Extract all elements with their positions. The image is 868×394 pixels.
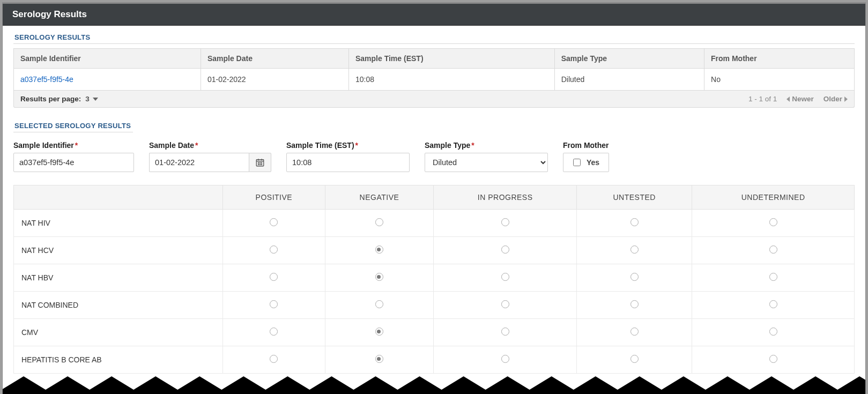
- result-radio[interactable]: [270, 246, 278, 254]
- from-mother-checkbox[interactable]: [573, 159, 581, 166]
- label-sample-time: Sample Time (EST)*: [286, 141, 410, 150]
- col-sample-time[interactable]: Sample Time (EST): [348, 49, 554, 69]
- result-radio[interactable]: [375, 273, 383, 281]
- result-col-positive: POSITIVE: [223, 185, 325, 210]
- result-radio[interactable]: [501, 246, 509, 254]
- label-sample-type: Sample Type*: [425, 141, 548, 150]
- chevron-down-icon: [93, 98, 98, 101]
- result-radio[interactable]: [769, 355, 777, 363]
- cell-sample-time: 10:08: [348, 69, 554, 91]
- older-label: Older: [824, 95, 842, 103]
- result-radio[interactable]: [630, 273, 639, 281]
- result-radio[interactable]: [375, 218, 383, 226]
- from-mother-yes-label: Yes: [587, 158, 599, 167]
- sample-type-select[interactable]: Diluted: [425, 153, 548, 172]
- result-radio[interactable]: [630, 246, 639, 254]
- sample-id-link[interactable]: a037ef5-f9f5-4e: [20, 75, 73, 84]
- cell-sample-date: 01-02-2022: [201, 69, 348, 91]
- results-per-page-value: 3: [85, 95, 90, 103]
- calendar-icon: [255, 158, 265, 167]
- sample-date-input[interactable]: [149, 153, 249, 172]
- results-per-page-label: Results per page:: [20, 95, 81, 103]
- test-row: NAT HIV: [14, 210, 855, 237]
- result-radio[interactable]: [501, 355, 509, 363]
- calendar-button[interactable]: [249, 153, 271, 172]
- result-radio[interactable]: [375, 300, 383, 308]
- result-radio[interactable]: [270, 328, 278, 336]
- label-sample-id: Sample Identifier*: [13, 141, 134, 150]
- test-name: NAT HIV: [14, 210, 223, 237]
- newer-button[interactable]: Newer: [787, 95, 814, 103]
- svg-point-4: [258, 162, 258, 163]
- result-radio[interactable]: [375, 355, 383, 363]
- result-radio[interactable]: [375, 246, 383, 254]
- section-title-serology-results: SEROLOGY RESULTS: [13, 29, 855, 44]
- result-radio[interactable]: [270, 355, 278, 363]
- result-radio[interactable]: [630, 300, 639, 308]
- cell-sample-type: Diluted: [554, 69, 704, 91]
- serology-tests-table: POSITIVENEGATIVEIN PROGRESSUNTESTEDUNDET…: [13, 185, 855, 374]
- result-radio[interactable]: [630, 355, 639, 363]
- result-col-undetermined: UNDETERMINED: [692, 185, 855, 210]
- test-row: HEPATITIS B CORE AB: [14, 346, 855, 374]
- cell-from-mother: No: [704, 69, 855, 91]
- result-radio[interactable]: [769, 218, 777, 226]
- older-button[interactable]: Older: [824, 95, 848, 103]
- col-sample-type[interactable]: Sample Type: [554, 49, 704, 69]
- page-title: Serology Results: [3, 4, 865, 26]
- test-row: NAT HBV: [14, 264, 855, 292]
- results-table: Sample Identifier Sample Date Sample Tim…: [13, 48, 855, 91]
- selected-sample-form: Sample Identifier* Sample Date*: [13, 141, 855, 172]
- result-radio[interactable]: [769, 328, 777, 336]
- result-radio[interactable]: [501, 328, 509, 336]
- sample-id-input[interactable]: [13, 153, 134, 172]
- test-name: CMV: [14, 319, 223, 346]
- result-col-negative: NEGATIVE: [325, 185, 433, 210]
- result-radio[interactable]: [630, 328, 639, 336]
- result-radio[interactable]: [270, 300, 278, 308]
- result-radio[interactable]: [270, 218, 278, 226]
- result-radio[interactable]: [501, 218, 509, 226]
- result-radio[interactable]: [375, 328, 383, 336]
- test-row: CMV: [14, 319, 855, 346]
- chevron-left-icon: [787, 96, 790, 102]
- pagination-range: 1 - 1 of 1: [748, 95, 777, 103]
- result-radio[interactable]: [769, 246, 777, 254]
- result-col-in-progress: IN PROGRESS: [434, 185, 577, 210]
- col-from-mother[interactable]: From Mother: [704, 49, 855, 69]
- label-sample-date: Sample Date*: [149, 141, 271, 150]
- result-radio[interactable]: [501, 300, 509, 308]
- result-radio[interactable]: [630, 218, 639, 226]
- table-row: a037ef5-f9f5-4e 01-02-2022 10:08 Diluted…: [14, 69, 855, 91]
- svg-point-5: [259, 162, 260, 163]
- label-from-mother: From Mother: [563, 141, 609, 150]
- sample-time-input[interactable]: [286, 153, 410, 172]
- result-radio[interactable]: [769, 273, 777, 281]
- svg-point-6: [261, 162, 262, 163]
- results-per-page-select[interactable]: 3: [85, 95, 98, 103]
- col-sample-id[interactable]: Sample Identifier: [14, 49, 201, 69]
- from-mother-checkbox-wrap[interactable]: Yes: [563, 153, 609, 172]
- section-title-selected-serology: SELECTED SEROLOGY RESULTS: [13, 117, 133, 132]
- result-radio[interactable]: [769, 300, 777, 308]
- test-name: NAT HCV: [14, 237, 223, 264]
- result-radio[interactable]: [501, 273, 509, 281]
- result-radio[interactable]: [270, 273, 278, 281]
- chevron-right-icon: [844, 96, 848, 102]
- torn-page-edge: [3, 374, 865, 394]
- svg-point-8: [259, 164, 260, 165]
- test-row: NAT HCV: [14, 237, 855, 264]
- test-name: HEPATITIS B CORE AB: [14, 346, 223, 374]
- col-sample-date[interactable]: Sample Date: [201, 49, 348, 69]
- svg-point-7: [258, 164, 258, 165]
- test-name: NAT COMBINED: [14, 292, 223, 319]
- test-name: NAT HBV: [14, 264, 223, 292]
- result-col-untested: UNTESTED: [577, 185, 692, 210]
- pagination-bar: Results per page: 3 1 - 1 of 1 Newer Old…: [13, 91, 855, 108]
- svg-point-9: [261, 164, 262, 165]
- test-row: NAT COMBINED: [14, 292, 855, 319]
- newer-label: Newer: [792, 95, 814, 103]
